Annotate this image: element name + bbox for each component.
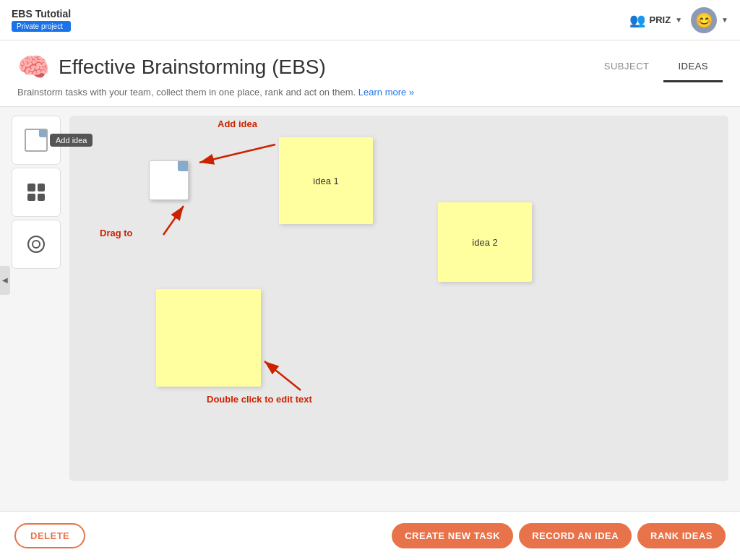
sidebar-tools: Add idea (12, 116, 64, 481)
avatar-section[interactable]: 😊 ▼ (691, 7, 728, 33)
idea-1-label: idea 1 (313, 176, 338, 186)
user-chevron-icon: ▼ (675, 16, 682, 24)
grid-icon (27, 184, 45, 201)
action-buttons: CREATE NEW TASK RECORD AN IDEA RANK IDEA… (392, 523, 726, 548)
annotation-add-idea: Add idea (218, 119, 257, 129)
header-section: 🧠 Effective Brainstorming (EBS) Brainsto… (0, 40, 740, 107)
idea-2-label: idea 2 (472, 237, 497, 248)
navbar-left: EBS Tutotial Private project (12, 8, 71, 32)
user-section[interactable]: 👥 PRIZ ▼ (629, 12, 683, 28)
annotation-drag-to: Drag to (100, 228, 133, 238)
create-new-task-button[interactable]: CREATE NEW TASK (392, 523, 513, 548)
annotation-dblclick: Double click to edit text (207, 394, 312, 405)
idea-note-3[interactable] (156, 289, 261, 387)
navbar-right: 👥 PRIZ ▼ 😊 ▼ (629, 7, 728, 33)
add-idea-tooltip: Add idea (50, 134, 92, 147)
avatar: 😊 (691, 7, 717, 33)
svg-line-3 (163, 206, 184, 235)
header-title-row: 🧠 Effective Brainstorming (EBS) (17, 52, 414, 82)
add-idea-button[interactable]: Add idea (12, 116, 61, 165)
avatar-chevron-icon: ▼ (721, 16, 728, 24)
page-title: Effective Brainstorming (EBS) (59, 56, 326, 79)
navbar: EBS Tutotial Private project 👥 PRIZ ▼ 😊 … (0, 0, 740, 40)
project-badge: Private project (12, 21, 71, 32)
people-icon: 👥 (629, 12, 645, 28)
app-title: EBS Tutotial (12, 8, 71, 20)
bottom-bar: DELETE CREATE NEW TASK RECORD AN IDEA RA… (0, 511, 740, 560)
brain-icon: 🧠 (17, 52, 50, 82)
idea-note-1[interactable]: idea 1 (279, 137, 373, 224)
subtitle: Brainstorm tasks with your team, collect… (17, 87, 414, 98)
header-left: 🧠 Effective Brainstorming (EBS) Brainsto… (17, 52, 414, 106)
record-idea-button[interactable]: RECORD AN IDEA (519, 523, 632, 548)
tab-subject[interactable]: SUBJECT (590, 52, 664, 82)
idea-note-2[interactable]: idea 2 (438, 202, 532, 282)
delete-button[interactable]: DELETE (14, 523, 85, 548)
svg-line-5 (264, 361, 301, 390)
canvas-wrapper: Add idea idea 1 idea 2 (0, 107, 740, 490)
learn-more-link[interactable]: Learn more » (358, 87, 414, 98)
username-label: PRIZ (650, 14, 671, 25)
svg-line-1 (199, 145, 275, 163)
target-tool-button[interactable] (12, 220, 61, 269)
rank-ideas-button[interactable]: RANK IDEAS (637, 523, 726, 548)
sticky-note-icon (25, 129, 48, 152)
target-icon (27, 236, 45, 253)
grid-tool-button[interactable] (12, 168, 61, 217)
canvas-area[interactable]: idea 1 idea 2 Add idea (69, 116, 728, 481)
collapse-arrow[interactable]: ◀ (0, 266, 10, 295)
draggable-note-icon[interactable] (149, 160, 189, 200)
header-tabs: SUBJECT IDEAS (590, 52, 723, 82)
tab-ideas[interactable]: IDEAS (663, 52, 723, 82)
